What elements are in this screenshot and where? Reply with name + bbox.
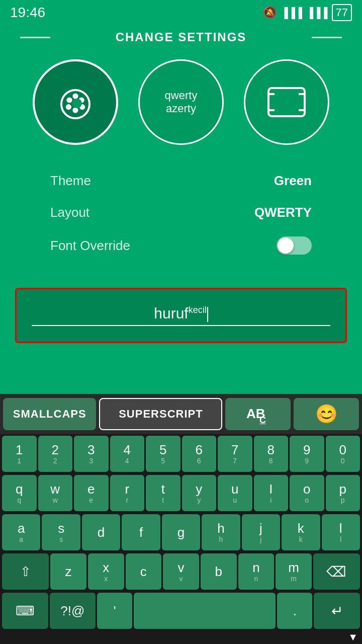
input-text-superscript: kecil — [189, 305, 207, 315]
smallcaps-button[interactable]: SMALLCAPS — [3, 398, 96, 430]
theme-label: Theme — [50, 173, 91, 189]
key-8[interactable]: 88 — [254, 436, 289, 472]
key-9[interactable]: 99 — [290, 436, 324, 472]
key-v[interactable]: vv — [163, 553, 199, 590]
key-4[interactable]: 44 — [110, 436, 145, 472]
header: CHANGE SETTINGS — [0, 25, 362, 49]
key-z[interactable]: z — [50, 553, 86, 590]
layout-value: QWERTY — [254, 205, 312, 220]
key-o[interactable]: oo — [290, 475, 324, 511]
theme-circle-button[interactable] — [33, 59, 118, 145]
svg-point-1 — [66, 97, 72, 103]
font-override-toggle[interactable] — [277, 236, 312, 255]
key-w[interactable]: ww — [38, 475, 73, 511]
header-line-right — [312, 37, 342, 38]
period-char: . — [293, 604, 297, 617]
bottom-row: ⌨ ?!@ ' . ↵ — [0, 591, 362, 630]
layout-label: qwertyazerty — [165, 89, 198, 116]
layout-setting-row[interactable]: Layout QWERTY — [50, 197, 312, 228]
key-p[interactable]: pp — [326, 475, 360, 511]
key-k[interactable]: kk — [282, 514, 320, 550]
key-2[interactable]: 22 — [38, 436, 73, 472]
theme-setting-row[interactable]: Theme Green — [50, 165, 312, 197]
backspace-key[interactable]: ⌫ — [313, 553, 360, 590]
palette-icon — [55, 82, 96, 122]
font-override-label: Font Override — [50, 238, 130, 254]
status-bar: 19:46 🔕 ▐▐▐ ▐▐▐ 77 — [0, 0, 362, 25]
svg-point-6 — [66, 104, 71, 110]
header-title: CHANGE SETTINGS — [116, 30, 247, 44]
key-m[interactable]: mm — [276, 553, 312, 590]
key-y[interactable]: yy — [182, 475, 217, 511]
text-input-inner[interactable]: hurufkecil — [32, 305, 330, 326]
text-cursor — [207, 307, 208, 322]
battery-icon: 77 — [332, 4, 352, 21]
key-d[interactable]: d — [82, 514, 120, 550]
symbols-key[interactable]: ?!@ — [50, 593, 96, 629]
enter-key[interactable]: ↵ — [314, 593, 360, 629]
text-input-box[interactable]: hurufkecil — [15, 288, 347, 343]
key-1[interactable]: 11 — [2, 436, 37, 472]
shift-key[interactable]: ⇧ — [2, 553, 49, 590]
key-a[interactable]: aa — [2, 514, 40, 550]
key-n[interactable]: nn — [238, 553, 275, 590]
key-6[interactable]: 66 — [182, 436, 217, 472]
enter-icon: ↵ — [331, 603, 343, 619]
key-q[interactable]: qq — [2, 475, 37, 511]
apostrophe-key[interactable]: ' — [97, 593, 132, 629]
shift-icon: ⇧ — [20, 564, 31, 580]
svg-text:C: C — [259, 415, 266, 424]
settings-section: Theme Green Layout QWERTY Font Override — [0, 160, 362, 268]
asdf-row: aa ss d f g hh jj kk ll — [0, 513, 362, 552]
layout-label: Layout — [50, 205, 89, 220]
key-h[interactable]: hh — [202, 514, 240, 550]
symbols-icon: ?!@ — [60, 604, 84, 617]
key-x[interactable]: xx — [88, 553, 124, 590]
keyboard-switch-key[interactable]: ⌨ — [2, 593, 48, 629]
svg-point-5 — [72, 107, 78, 113]
svg-point-7 — [72, 99, 82, 108]
resize-icon — [266, 82, 307, 122]
layout-circle-button[interactable]: qwertyazerty — [138, 59, 224, 145]
scroll-down-icon: ▼ — [348, 631, 358, 643]
space-key[interactable] — [134, 593, 276, 629]
number-row: 11 22 33 44 55 66 77 88 99 00 — [0, 434, 362, 473]
key-b[interactable]: b — [201, 553, 237, 590]
key-f[interactable]: f — [122, 514, 160, 550]
kbd-toolbar: SMALLCAPS SUPERSCRIPT AB C 😊 — [0, 394, 362, 434]
zxcv-row: ⇧ z xx c vv b nn mm ⌫ — [0, 552, 362, 591]
key-u[interactable]: uu — [218, 475, 252, 511]
input-text-main: huruf — [154, 305, 188, 321]
key-g[interactable]: g — [162, 514, 200, 550]
key-c[interactable]: c — [126, 553, 162, 590]
keyboard: SMALLCAPS SUPERSCRIPT AB C 😊 11 22 33 44… — [0, 394, 362, 644]
key-3[interactable]: 33 — [74, 436, 109, 472]
font-override-setting-row[interactable]: Font Override — [50, 228, 312, 263]
key-l[interactable]: ll — [322, 514, 360, 550]
abc-button[interactable]: AB C — [225, 398, 291, 430]
key-e[interactable]: ee — [74, 475, 109, 511]
abc-icon: AB C — [245, 404, 270, 424]
superscript-button[interactable]: SUPERSCRIPT — [99, 398, 222, 430]
status-time: 19:46 — [10, 5, 45, 21]
mute-icon: 🔕 — [263, 6, 277, 19]
key-s[interactable]: ss — [42, 514, 80, 550]
key-r[interactable]: rr — [110, 475, 145, 511]
backspace-icon: ⌫ — [326, 564, 346, 580]
toggle-knob — [278, 237, 294, 254]
key-0[interactable]: 00 — [326, 436, 360, 472]
key-I[interactable]: Ii — [254, 475, 289, 511]
size-circle-button[interactable] — [244, 59, 329, 145]
key-5[interactable]: 55 — [146, 436, 180, 472]
key-7[interactable]: 77 — [218, 436, 252, 472]
emoji-button[interactable]: 😊 — [294, 398, 359, 430]
input-area: hurufkecil — [15, 288, 347, 343]
svg-point-2 — [72, 93, 78, 99]
key-t[interactable]: tt — [146, 475, 180, 511]
scroll-indicator: ▼ — [0, 630, 362, 644]
icon-row: qwertyazerty — [0, 49, 362, 160]
keyboard-switch-icon: ⌨ — [16, 603, 35, 619]
period-key[interactable]: . — [277, 593, 312, 629]
svg-rect-8 — [268, 88, 305, 116]
key-j[interactable]: jj — [242, 514, 280, 550]
